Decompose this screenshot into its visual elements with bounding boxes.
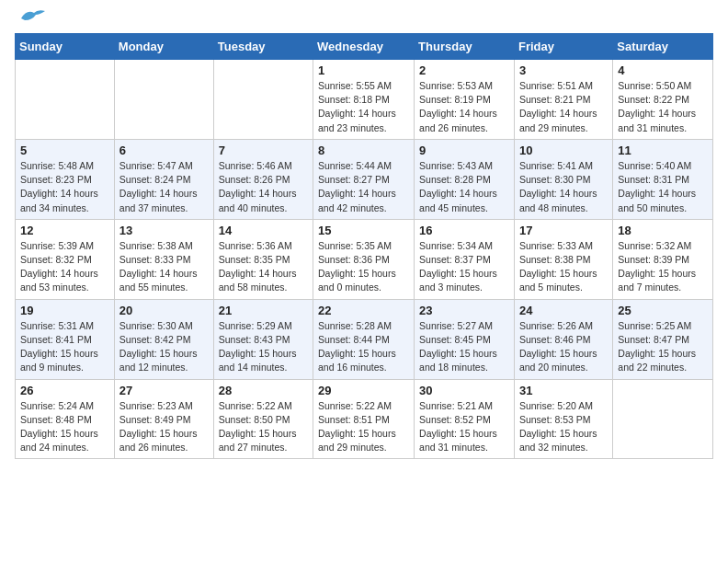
day-info: Sunrise: 5:20 AMSunset: 8:53 PMDaylight:… <box>519 399 608 455</box>
day-info: Sunrise: 5:41 AMSunset: 8:30 PMDaylight:… <box>519 159 608 215</box>
day-info: Sunrise: 5:53 AMSunset: 8:19 PMDaylight:… <box>419 79 509 135</box>
calendar-cell <box>213 60 313 140</box>
day-info: Sunrise: 5:51 AMSunset: 8:21 PMDaylight:… <box>519 79 608 135</box>
calendar-cell: 21Sunrise: 5:29 AMSunset: 8:43 PMDayligh… <box>213 299 313 379</box>
day-header-monday: Monday <box>114 34 213 60</box>
day-info: Sunrise: 5:31 AMSunset: 8:41 PMDaylight:… <box>20 319 109 375</box>
day-info: Sunrise: 5:29 AMSunset: 8:43 PMDaylight:… <box>219 319 308 375</box>
day-info: Sunrise: 5:40 AMSunset: 8:31 PMDaylight:… <box>618 159 708 215</box>
day-info: Sunrise: 5:30 AMSunset: 8:42 PMDaylight:… <box>119 319 209 375</box>
calendar-cell: 29Sunrise: 5:22 AMSunset: 8:51 PMDayligh… <box>313 379 415 459</box>
day-number: 18 <box>618 224 708 237</box>
day-info: Sunrise: 5:22 AMSunset: 8:50 PMDaylight:… <box>219 399 308 455</box>
day-number: 1 <box>318 63 409 77</box>
day-header-sunday: Sunday <box>16 34 115 60</box>
calendar-week-row: 26Sunrise: 5:24 AMSunset: 8:48 PMDayligh… <box>16 379 713 459</box>
calendar-cell: 3Sunrise: 5:51 AMSunset: 8:21 PMDaylight… <box>514 60 612 140</box>
calendar-cell: 5Sunrise: 5:48 AMSunset: 8:23 PMDaylight… <box>16 139 115 219</box>
day-number: 6 <box>119 144 209 157</box>
day-info: Sunrise: 5:32 AMSunset: 8:39 PMDaylight:… <box>618 239 708 295</box>
calendar-week-row: 5Sunrise: 5:48 AMSunset: 8:23 PMDaylight… <box>16 139 713 219</box>
day-number: 24 <box>519 304 608 317</box>
calendar-cell: 20Sunrise: 5:30 AMSunset: 8:42 PMDayligh… <box>114 299 213 379</box>
calendar-cell: 7Sunrise: 5:46 AMSunset: 8:26 PMDaylight… <box>213 139 313 219</box>
day-number: 27 <box>119 384 209 397</box>
day-number: 8 <box>318 144 409 157</box>
calendar-cell: 9Sunrise: 5:43 AMSunset: 8:28 PMDaylight… <box>415 139 515 219</box>
day-info: Sunrise: 5:35 AMSunset: 8:36 PMDaylight:… <box>318 239 409 295</box>
day-header-saturday: Saturday <box>613 34 713 60</box>
day-info: Sunrise: 5:25 AMSunset: 8:47 PMDaylight:… <box>618 319 708 375</box>
calendar-header-row: SundayMondayTuesdayWednesdayThursdayFrid… <box>16 34 713 60</box>
day-info: Sunrise: 5:44 AMSunset: 8:27 PMDaylight:… <box>318 159 409 215</box>
header <box>15 15 713 26</box>
calendar-cell: 19Sunrise: 5:31 AMSunset: 8:41 PMDayligh… <box>16 299 115 379</box>
day-number: 7 <box>219 144 308 157</box>
day-header-wednesday: Wednesday <box>313 34 415 60</box>
day-number: 23 <box>419 304 509 317</box>
day-info: Sunrise: 5:39 AMSunset: 8:32 PMDaylight:… <box>20 239 109 295</box>
day-header-thursday: Thursday <box>415 34 515 60</box>
calendar-cell: 27Sunrise: 5:23 AMSunset: 8:49 PMDayligh… <box>114 379 213 459</box>
calendar-cell: 12Sunrise: 5:39 AMSunset: 8:32 PMDayligh… <box>16 219 115 299</box>
day-number: 9 <box>419 144 509 157</box>
day-number: 19 <box>20 304 109 317</box>
calendar-cell: 23Sunrise: 5:27 AMSunset: 8:45 PMDayligh… <box>415 299 515 379</box>
day-header-tuesday: Tuesday <box>213 34 313 60</box>
day-number: 13 <box>119 224 209 237</box>
day-number: 5 <box>20 144 109 157</box>
day-number: 31 <box>519 384 608 397</box>
calendar-cell: 30Sunrise: 5:21 AMSunset: 8:52 PMDayligh… <box>415 379 515 459</box>
calendar-cell: 24Sunrise: 5:26 AMSunset: 8:46 PMDayligh… <box>514 299 612 379</box>
calendar-cell: 2Sunrise: 5:53 AMSunset: 8:19 PMDaylight… <box>415 60 515 140</box>
calendar-cell: 1Sunrise: 5:55 AMSunset: 8:18 PMDaylight… <box>313 60 415 140</box>
day-info: Sunrise: 5:38 AMSunset: 8:33 PMDaylight:… <box>119 239 209 295</box>
day-info: Sunrise: 5:28 AMSunset: 8:44 PMDaylight:… <box>318 319 409 375</box>
day-header-friday: Friday <box>514 34 612 60</box>
day-number: 11 <box>618 144 708 157</box>
calendar-cell: 16Sunrise: 5:34 AMSunset: 8:37 PMDayligh… <box>415 219 515 299</box>
day-info: Sunrise: 5:33 AMSunset: 8:38 PMDaylight:… <box>519 239 608 295</box>
calendar-cell: 13Sunrise: 5:38 AMSunset: 8:33 PMDayligh… <box>114 219 213 299</box>
calendar-cell <box>114 60 213 140</box>
calendar-cell: 11Sunrise: 5:40 AMSunset: 8:31 PMDayligh… <box>613 139 713 219</box>
day-number: 3 <box>519 63 608 77</box>
day-number: 14 <box>219 224 308 237</box>
day-info: Sunrise: 5:55 AMSunset: 8:18 PMDaylight:… <box>318 79 409 135</box>
day-number: 25 <box>618 304 708 317</box>
day-info: Sunrise: 5:48 AMSunset: 8:23 PMDaylight:… <box>20 159 109 215</box>
day-number: 12 <box>20 224 109 237</box>
day-info: Sunrise: 5:46 AMSunset: 8:26 PMDaylight:… <box>219 159 308 215</box>
day-info: Sunrise: 5:22 AMSunset: 8:51 PMDaylight:… <box>318 399 409 455</box>
day-number: 4 <box>618 63 708 77</box>
day-info: Sunrise: 5:34 AMSunset: 8:37 PMDaylight:… <box>419 239 509 295</box>
day-info: Sunrise: 5:21 AMSunset: 8:52 PMDaylight:… <box>419 399 509 455</box>
calendar-cell: 22Sunrise: 5:28 AMSunset: 8:44 PMDayligh… <box>313 299 415 379</box>
day-number: 29 <box>318 384 409 397</box>
day-number: 21 <box>219 304 308 317</box>
day-number: 2 <box>419 63 509 77</box>
logo-bird-icon <box>19 7 47 26</box>
day-info: Sunrise: 5:27 AMSunset: 8:45 PMDaylight:… <box>419 319 509 375</box>
day-number: 15 <box>318 224 409 237</box>
calendar-cell: 10Sunrise: 5:41 AMSunset: 8:30 PMDayligh… <box>514 139 612 219</box>
day-number: 10 <box>519 144 608 157</box>
day-info: Sunrise: 5:23 AMSunset: 8:49 PMDaylight:… <box>119 399 209 455</box>
calendar-week-row: 1Sunrise: 5:55 AMSunset: 8:18 PMDaylight… <box>16 60 713 140</box>
day-number: 22 <box>318 304 409 317</box>
calendar-cell: 26Sunrise: 5:24 AMSunset: 8:48 PMDayligh… <box>16 379 115 459</box>
day-number: 20 <box>119 304 209 317</box>
calendar-cell: 17Sunrise: 5:33 AMSunset: 8:38 PMDayligh… <box>514 219 612 299</box>
calendar-table: SundayMondayTuesdayWednesdayThursdayFrid… <box>15 33 713 459</box>
day-info: Sunrise: 5:43 AMSunset: 8:28 PMDaylight:… <box>419 159 509 215</box>
day-info: Sunrise: 5:47 AMSunset: 8:24 PMDaylight:… <box>119 159 209 215</box>
calendar-cell: 15Sunrise: 5:35 AMSunset: 8:36 PMDayligh… <box>313 219 415 299</box>
calendar-cell: 14Sunrise: 5:36 AMSunset: 8:35 PMDayligh… <box>213 219 313 299</box>
calendar-cell <box>16 60 115 140</box>
day-info: Sunrise: 5:26 AMSunset: 8:46 PMDaylight:… <box>519 319 608 375</box>
day-number: 16 <box>419 224 509 237</box>
calendar-cell: 28Sunrise: 5:22 AMSunset: 8:50 PMDayligh… <box>213 379 313 459</box>
calendar-week-row: 19Sunrise: 5:31 AMSunset: 8:41 PMDayligh… <box>16 299 713 379</box>
day-info: Sunrise: 5:50 AMSunset: 8:22 PMDaylight:… <box>618 79 708 135</box>
day-info: Sunrise: 5:36 AMSunset: 8:35 PMDaylight:… <box>219 239 308 295</box>
